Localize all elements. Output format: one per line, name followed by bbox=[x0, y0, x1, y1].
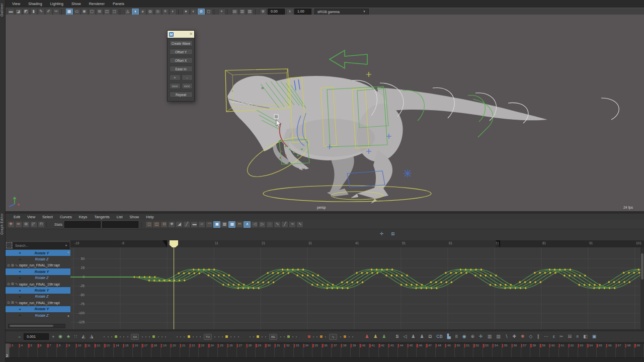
time-slider-frame-16[interactable]: 16 bbox=[133, 343, 142, 358]
move-nearest-key-icon[interactable]: ✚ bbox=[8, 221, 15, 228]
channel-box-icon[interactable]: CB bbox=[436, 334, 443, 339]
time-slider-frame-42[interactable]: 42 bbox=[379, 343, 388, 358]
close-icon[interactable]: ✕ bbox=[189, 32, 193, 36]
scale-keys-mini-icon[interactable]: ⊞ bbox=[391, 231, 395, 236]
pose-tool-icon[interactable]: ♟ bbox=[420, 334, 424, 339]
time-slider-frame-3[interactable]: 3 bbox=[10, 343, 19, 358]
stats-time-field[interactable] bbox=[64, 221, 101, 228]
select-tool-icon[interactable]: S bbox=[395, 334, 398, 339]
ambient-occlusion-icon[interactable]: ✳ bbox=[162, 9, 169, 15]
exposure-icon[interactable]: ⊕ bbox=[260, 9, 267, 15]
lattice-deform-keys-icon[interactable]: ⊞ bbox=[23, 221, 30, 228]
time-slider-frame-38[interactable]: 38 bbox=[341, 343, 351, 358]
scroll-down-icon[interactable]: ▼ bbox=[67, 315, 70, 318]
move-keys-mini-icon[interactable]: ✛ bbox=[380, 231, 384, 236]
time-slider-frame-35[interactable]: 35 bbox=[312, 343, 322, 358]
time-slider-frame-18[interactable]: 18 bbox=[151, 343, 161, 358]
channel-attr-row[interactable]: ◄Rotate Z bbox=[5, 312, 70, 318]
grid-icon[interactable]: ▦ bbox=[66, 9, 73, 15]
render-view-icon[interactable]: ▣ bbox=[592, 334, 597, 339]
half-tone-icon[interactable]: ◧ bbox=[583, 334, 588, 339]
graph-menu-show[interactable]: Show bbox=[126, 215, 143, 219]
channel-node-row[interactable]: ⊙⊞∿raptor_run_FINAL_19fr:rapt bbox=[5, 262, 70, 268]
time-slider-frame-24[interactable]: 24 bbox=[208, 343, 218, 358]
time-slider-frame-26[interactable]: 26 bbox=[227, 343, 237, 358]
time-slider-frame-28[interactable]: 28 bbox=[247, 343, 256, 358]
resample-curves-icon[interactable]: ∿ bbox=[296, 221, 303, 228]
time-slider-frame-58[interactable]: 58 bbox=[530, 343, 540, 358]
tool-button-[interactable]: - bbox=[182, 74, 193, 80]
time-slider-frame-41[interactable]: 41 bbox=[369, 343, 379, 358]
graph-menu-curves[interactable]: Curves bbox=[56, 215, 75, 219]
expand-icon[interactable]: ⊞ bbox=[11, 282, 14, 286]
plateau-tangents-icon[interactable]: ◠ bbox=[206, 221, 213, 228]
expression-icon[interactable]: ε bbox=[553, 334, 555, 339]
curve-falloff-icon[interactable]: ∖ bbox=[505, 334, 508, 339]
time-slider-frame-51[interactable]: 51 bbox=[464, 343, 474, 358]
film-strip2-icon[interactable]: ▥ bbox=[496, 334, 501, 339]
time-slider-frame-44[interactable]: 44 bbox=[398, 343, 408, 358]
time-slider-frame-50[interactable]: 50 bbox=[455, 343, 464, 358]
playback-chip-sa[interactable]: SA bbox=[131, 334, 139, 340]
channel-hscrollbar[interactable] bbox=[8, 324, 65, 328]
view-transform-select[interactable]: sRGB gamma ▼ bbox=[314, 9, 369, 15]
add-key-icon[interactable]: ⊕ bbox=[471, 334, 475, 339]
playback-toggle-icon[interactable]: ◉ bbox=[58, 334, 62, 339]
diamond-key-icon[interactable]: ◇ bbox=[529, 334, 533, 339]
walk-tool-icon[interactable]: ♟ bbox=[411, 334, 415, 339]
time-slider-frame-9[interactable]: 9 bbox=[66, 343, 76, 358]
time-slider-frame-53[interactable]: 53 bbox=[483, 343, 493, 358]
playback-value-field[interactable]: 0.001 bbox=[24, 333, 49, 340]
film-gate-icon[interactable]: ▭ bbox=[73, 9, 80, 15]
time-slider-frame-30[interactable]: 30 bbox=[265, 343, 275, 358]
swap-buffer-curve-icon[interactable]: ▩ bbox=[221, 221, 228, 228]
viewport-menu-panels[interactable]: Panels bbox=[109, 2, 128, 6]
hand-tool-icon[interactable]: ▙ bbox=[447, 334, 451, 339]
break-tangents-icon[interactable]: ✂ bbox=[236, 221, 243, 228]
pre-infinity-cycle-icon[interactable]: ∿ bbox=[274, 221, 281, 228]
stats-value-field[interactable] bbox=[102, 221, 138, 228]
flat-tangents-icon[interactable]: ▬ bbox=[191, 221, 198, 228]
expand-icon[interactable]: ⊞ bbox=[11, 301, 14, 305]
time-slider-frame-15[interactable]: 15 bbox=[123, 343, 133, 358]
ghost-toggle-icon[interactable]: ⊙ bbox=[7, 263, 10, 267]
time-slider-frame-68[interactable]: 68 bbox=[625, 343, 635, 358]
grease-pencil-icon[interactable]: ✐ bbox=[45, 9, 52, 15]
decrement-button[interactable]: − bbox=[18, 334, 21, 339]
insert-keys-icon[interactable]: ⇹ bbox=[15, 221, 22, 228]
pair-blend-icon[interactable]: ∥ bbox=[537, 334, 539, 339]
character-set-yellow-icon[interactable]: ♟ bbox=[373, 334, 377, 339]
playback-key-dot[interactable] bbox=[188, 335, 190, 338]
outliner-tab[interactable]: Outliner bbox=[0, 3, 5, 17]
time-slider-frame-13[interactable]: 13 bbox=[104, 343, 114, 358]
graph-menu-select[interactable]: Select bbox=[39, 215, 56, 219]
safe-title-icon[interactable]: ◻ bbox=[111, 9, 118, 15]
list-icon[interactable]: ≡ bbox=[576, 334, 579, 339]
clamped-tangents-icon[interactable]: ◢ bbox=[176, 221, 183, 228]
motion-blur-icon[interactable]: ◗ bbox=[170, 9, 177, 15]
gamma-icon[interactable]: ◑ bbox=[286, 9, 293, 15]
playback-key-dot[interactable] bbox=[344, 335, 346, 338]
time-slider-frame-54[interactable]: 54 bbox=[493, 343, 502, 358]
pan-zoom-icon[interactable]: ✎ bbox=[38, 9, 45, 15]
graph-curve-area[interactable]: 50250-25-50-75-100-125 bbox=[70, 247, 644, 329]
default-lighting-icon[interactable]: ● bbox=[183, 9, 190, 15]
time-slider-frame-32[interactable]: 32 bbox=[284, 343, 294, 358]
resolution-gate-icon[interactable]: ◙ bbox=[81, 9, 88, 15]
character-set-red-icon[interactable]: ♟ bbox=[365, 334, 369, 339]
gamma-field[interactable]: 1.00 bbox=[294, 9, 311, 15]
default-material-icon[interactable]: ◻ bbox=[205, 9, 212, 15]
buffer-curve-overlay-icon[interactable]: ▦ bbox=[228, 221, 235, 228]
lock-tangent-weight-icon[interactable]: ▷ bbox=[259, 221, 266, 228]
graph-menu-edit[interactable]: Edit bbox=[10, 215, 24, 219]
tool-button-[interactable]: <<< bbox=[182, 83, 193, 89]
direction-arrow-control[interactable] bbox=[330, 50, 367, 68]
time-slider-frame-29[interactable]: 29 bbox=[256, 343, 265, 358]
audio-icon[interactable]: ◁ bbox=[403, 334, 407, 339]
create-wave-tool-window[interactable]: M ✕ Create WaveOffset YOffset XEase In +… bbox=[167, 30, 195, 102]
wireframe-icon[interactable]: ◬ bbox=[124, 9, 131, 15]
dope-sheet-icon[interactable]: ⊟ bbox=[568, 334, 572, 339]
repeat-button[interactable]: Repeat bbox=[170, 92, 193, 98]
backface-culling-icon[interactable]: ▨ bbox=[247, 9, 254, 15]
time-slider-frame-59[interactable]: 59 bbox=[540, 343, 549, 358]
